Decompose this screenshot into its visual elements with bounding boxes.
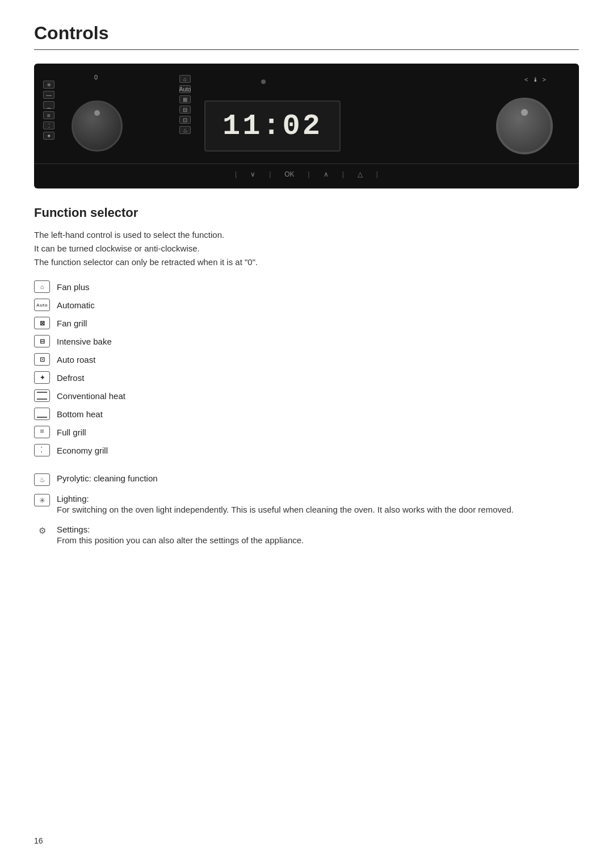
list-item-pyrolytic: ♨ Pyrolytic: cleaning function bbox=[34, 473, 579, 486]
sym-icon-conv: — bbox=[43, 91, 54, 99]
temp-indicator: < 🌡 > bbox=[524, 76, 547, 83]
oven-panel: 0 ✳ — _ ≡ ⁚ ✦ ⌂ Auto ⊠ ⊟ ⊡ ♨ 11:02 < 🌡 > bbox=[34, 64, 579, 188]
pipe3: | bbox=[308, 170, 310, 178]
page-title: Controls bbox=[34, 23, 579, 44]
sym-pyro: ♨ bbox=[179, 126, 191, 134]
automatic-icon: Auto bbox=[34, 299, 50, 311]
title-divider bbox=[34, 49, 579, 50]
intensive-bake-icon: ⊟ bbox=[34, 335, 50, 347]
clock-display-panel: 11:02 bbox=[204, 100, 341, 152]
desc-line-3: The function selector can only be retrac… bbox=[34, 257, 258, 267]
list-item-conventional-heat: Conventional heat bbox=[34, 389, 579, 402]
btn-bell[interactable]: △ bbox=[358, 170, 363, 178]
sym-intensive: ⊟ bbox=[179, 106, 191, 114]
defrost-icon: ✦ bbox=[34, 371, 50, 384]
settings-subtext: From this position you can also alter th… bbox=[57, 534, 304, 547]
bottom-heat-label: Bottom heat bbox=[57, 409, 103, 419]
pyrolytic-icon: ♨ bbox=[34, 473, 50, 486]
lighting-icon: ✳ bbox=[34, 494, 50, 506]
pipe1: | bbox=[235, 170, 237, 178]
sym-autoroast: ⊡ bbox=[179, 116, 191, 124]
fan-grill-label: Fan grill bbox=[57, 318, 87, 328]
sym-icon-eco-grill: ⁚ bbox=[43, 121, 54, 129]
sym-icon-bottom: _ bbox=[43, 101, 54, 109]
pyrolytic-label: Pyrolytic: cleaning function bbox=[57, 473, 158, 483]
page-number: 16 bbox=[34, 836, 43, 845]
settings-group: Settings: From this position you can als… bbox=[57, 525, 304, 547]
automatic-label: Automatic bbox=[57, 300, 95, 310]
lighting-label: Lighting: bbox=[57, 494, 514, 504]
bottom-heat-icon bbox=[34, 408, 50, 420]
oven-dot-indicator bbox=[261, 79, 266, 84]
auto-roast-icon: ⊡ bbox=[34, 353, 50, 366]
list-item-auto-roast: ⊡ Auto roast bbox=[34, 353, 579, 366]
symbols-right: ⌂ Auto ⊠ ⊟ ⊡ ♨ bbox=[179, 75, 191, 134]
sym-fan-plus: ⌂ bbox=[179, 75, 191, 83]
function-list: ⌂ Fan plus Auto Automatic ⊠ Fan grill ⊟ … bbox=[34, 280, 579, 456]
function-selector-title: Function selector bbox=[34, 206, 579, 220]
pipe4: | bbox=[342, 170, 344, 178]
btn-down[interactable]: ∨ bbox=[250, 170, 255, 178]
list-item-full-grill: Full grill bbox=[34, 426, 579, 438]
settings-icon: ⚙ bbox=[34, 525, 50, 537]
list-item-automatic: Auto Automatic bbox=[34, 299, 579, 311]
conventional-heat-label: Conventional heat bbox=[57, 391, 125, 401]
fan-plus-label: Fan plus bbox=[57, 282, 90, 292]
desc-line-2: It can be turned clockwise or anti-clock… bbox=[34, 244, 200, 253]
full-grill-label: Full grill bbox=[57, 427, 86, 437]
function-dial[interactable] bbox=[72, 100, 123, 152]
lighting-subtext: For switching on the oven light independ… bbox=[57, 504, 514, 517]
sym-icon-full-grill: ≡ bbox=[43, 111, 54, 119]
list-item-bottom-heat: Bottom heat bbox=[34, 408, 579, 420]
list-item-fan-grill: ⊠ Fan grill bbox=[34, 317, 579, 329]
temperature-dial[interactable] bbox=[496, 98, 553, 154]
list-item-economy-grill: Economy grill bbox=[34, 444, 579, 456]
settings-label: Settings: bbox=[57, 525, 304, 534]
defrost-label: Defrost bbox=[57, 373, 84, 383]
pipe2: | bbox=[269, 170, 271, 178]
sym-icon-light: ✳ bbox=[43, 81, 54, 89]
function-description: The left-hand control is used to select … bbox=[34, 228, 579, 269]
btn-ok[interactable]: OK bbox=[284, 170, 294, 178]
list-item-defrost: ✦ Defrost bbox=[34, 371, 579, 384]
list-item-fan-plus: ⌂ Fan plus bbox=[34, 280, 579, 293]
sym-icon-defrost: ✦ bbox=[43, 132, 54, 140]
desc-line-1: The left-hand control is used to select … bbox=[34, 230, 224, 240]
full-grill-icon bbox=[34, 426, 50, 438]
intensive-bake-label: Intensive bake bbox=[57, 337, 112, 346]
economy-grill-label: Economy grill bbox=[57, 446, 108, 455]
list-item-settings: ⚙ Settings: From this position you can a… bbox=[34, 525, 579, 547]
clock-time: 11:02 bbox=[222, 110, 322, 143]
lighting-group: Lighting: For switching on the oven ligh… bbox=[57, 494, 514, 517]
btn-up[interactable]: ∧ bbox=[324, 170, 329, 178]
fan-plus-icon: ⌂ bbox=[34, 280, 50, 293]
fan-grill-icon: ⊠ bbox=[34, 317, 50, 329]
extra-items-list: ♨ Pyrolytic: cleaning function ✳ Lightin… bbox=[34, 473, 579, 547]
symbols-left: ✳ — _ ≡ ⁚ ✦ bbox=[43, 81, 54, 140]
zero-label: 0 bbox=[94, 74, 98, 81]
pipe5: | bbox=[376, 170, 378, 178]
list-item-lighting: ✳ Lighting: For switching on the oven li… bbox=[34, 494, 579, 517]
auto-roast-label: Auto roast bbox=[57, 355, 95, 364]
list-item-intensive-bake: ⊟ Intensive bake bbox=[34, 335, 579, 347]
sym-fan-grill: ⊠ bbox=[179, 95, 191, 103]
oven-bottom-bar: | ∨ | OK | ∧ | △ | bbox=[34, 163, 579, 179]
economy-grill-icon bbox=[34, 444, 50, 456]
conventional-heat-icon bbox=[34, 389, 50, 402]
sym-auto: Auto bbox=[179, 85, 191, 93]
